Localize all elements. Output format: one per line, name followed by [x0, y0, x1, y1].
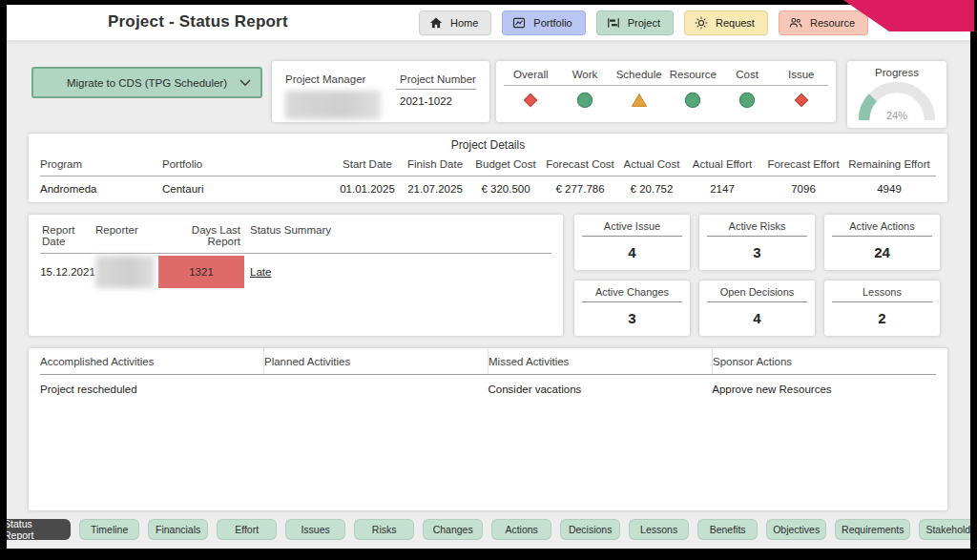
- tab-lessons[interactable]: Lessons: [629, 519, 689, 540]
- kpi-card-open-decisions: Open Decisions4: [699, 280, 815, 336]
- project-selector-value: Migrate to CDS (TPG Scheduler): [67, 77, 227, 89]
- home-icon: [429, 16, 443, 30]
- tab-risks[interactable]: Risks: [354, 519, 414, 540]
- status-indicator-work: Work: [558, 69, 613, 109]
- tab-status-report[interactable]: Status Report: [7, 519, 71, 540]
- tab-actions[interactable]: Actions: [491, 519, 551, 540]
- project-number-value: 2021-1022: [396, 89, 476, 119]
- details-cell: Centauri: [162, 176, 334, 200]
- details-column-header: Start Date: [334, 155, 401, 176]
- portfolio-chart-icon: [512, 16, 526, 30]
- nav-button-label: Resource: [810, 17, 855, 29]
- details-cell: 4949: [847, 176, 931, 200]
- details-column-header: Program: [40, 155, 162, 176]
- request-idea-icon: [695, 16, 708, 30]
- kpi-title: Active Actions: [824, 220, 940, 232]
- details-cell: € 277.786: [542, 176, 618, 200]
- tab-requirements[interactable]: Requirements: [835, 519, 910, 540]
- top-nav: HomePortfolioProjectRequestResource: [419, 10, 868, 35]
- status-summary-link[interactable]: Late: [250, 266, 271, 278]
- report-tabs: Status ReportTimelineFinancialsEffortIss…: [7, 519, 970, 540]
- status-indicator-resource: Resource: [666, 69, 720, 109]
- nav-button-label: Request: [716, 17, 755, 29]
- dashboard-frame: Project - Status Report HomePortfolioPro…: [7, 5, 970, 549]
- status-circle-icon: [738, 92, 756, 109]
- tab-effort[interactable]: Effort: [217, 519, 277, 540]
- project-number-label: Project Number: [396, 70, 476, 89]
- kpi-value: 2: [824, 310, 940, 326]
- kpi-title: Active Changes: [574, 286, 690, 298]
- activities-column-header: Missed Activities: [488, 348, 713, 374]
- status-label: Work: [558, 69, 613, 86]
- details-cell: Andromeda: [40, 176, 162, 200]
- details-column-header: Forecast Cost: [542, 155, 618, 176]
- status-label: Issue: [774, 69, 828, 86]
- reporter-header: Reporter: [95, 215, 158, 253]
- status-circle-icon: [684, 92, 701, 109]
- nav-button-resource[interactable]: Resource: [779, 10, 868, 35]
- activities-cell: Approve new Resources: [712, 375, 936, 395]
- kpi-card-active-changes: Active Changes3: [574, 280, 690, 336]
- tab-issues[interactable]: Issues: [285, 519, 345, 540]
- header-bar: Project - Status Report HomePortfolioPro…: [7, 5, 970, 41]
- project-details-title: Project Details: [40, 138, 936, 152]
- nav-button-request[interactable]: Request: [684, 10, 768, 35]
- kpi-grid: Active Issue4Active Risks3Active Actions…: [574, 215, 948, 336]
- status-circle-icon: [576, 92, 593, 109]
- status-label: Resource: [666, 69, 720, 86]
- progress-gauge: 24%: [856, 78, 938, 122]
- kpi-divider: [832, 236, 932, 237]
- kpi-card-active-actions: Active Actions24: [824, 215, 940, 270]
- project-details-card: Project Details ProgramPortfolioStart Da…: [29, 134, 947, 202]
- tab-changes[interactable]: Changes: [423, 519, 483, 540]
- kpi-value: 3: [574, 310, 690, 326]
- tab-stakeholder[interactable]: Stakeholder: [919, 519, 970, 540]
- project-gantt-icon: [607, 16, 620, 30]
- details-cell: € 20.752: [618, 176, 685, 200]
- kpi-value: 4: [699, 310, 815, 326]
- redacted-reporter-name: [95, 256, 155, 288]
- project-info-card: Project Manager Project Number 2021-1022: [272, 61, 489, 122]
- kpi-card-active-risks: Active Risks3: [699, 215, 815, 270]
- kpi-card-lessons: Lessons2: [824, 280, 940, 336]
- kpi-divider: [582, 236, 682, 237]
- report-date-value: 15.12.2021: [40, 256, 95, 288]
- activities-card: Accomplished ActivitiesPlanned Activitie…: [29, 348, 947, 510]
- kpi-divider: [832, 301, 932, 302]
- kpi-value: 4: [574, 244, 690, 260]
- report-date-header: Report Date: [40, 215, 95, 253]
- tab-decisions[interactable]: Decisions: [560, 519, 620, 540]
- progress-value: 24%: [886, 110, 907, 121]
- days-last-report-value: 1321: [189, 266, 214, 278]
- details-cell: € 320.500: [469, 176, 542, 200]
- nav-button-project[interactable]: Project: [596, 10, 674, 35]
- tab-financials[interactable]: Financials: [148, 519, 208, 540]
- details-column-header: Actual Effort: [685, 155, 759, 176]
- details-column-header: Budget Cost: [469, 155, 542, 176]
- tab-timeline[interactable]: Timeline: [79, 519, 139, 540]
- activities-cell: Consider vacations: [488, 375, 713, 395]
- details-column-header: Actual Cost: [618, 155, 685, 176]
- progress-label: Progress: [847, 67, 946, 78]
- kpi-title: Active Risks: [699, 220, 815, 232]
- details-cell: 01.01.2025: [334, 176, 401, 200]
- status-summary-header: Status Summary: [244, 215, 551, 253]
- nav-button-portfolio[interactable]: Portfolio: [502, 10, 585, 35]
- details-column-header: Forecast Effort: [759, 155, 847, 176]
- kpi-value: 24: [824, 244, 940, 260]
- status-label: Cost: [720, 69, 775, 86]
- report-card: Report Date Reporter Days Last Report St…: [29, 215, 563, 336]
- kpi-divider: [707, 236, 807, 237]
- chevron-down-icon: [239, 79, 251, 87]
- project-selector-dropdown[interactable]: Migrate to CDS (TPG Scheduler): [31, 67, 262, 98]
- kpi-divider: [582, 301, 682, 302]
- status-indicator-overall: Overall: [504, 69, 558, 109]
- nav-button-home[interactable]: Home: [419, 10, 491, 35]
- details-column-header: Portfolio: [162, 155, 334, 176]
- kpi-value: 3: [699, 244, 815, 260]
- tab-objectives[interactable]: Objectives: [766, 519, 826, 540]
- kpi-card-active-issue: Active Issue4: [574, 215, 690, 270]
- details-column-header: Finish Date: [401, 155, 469, 176]
- tab-benefits[interactable]: Benefits: [697, 519, 758, 540]
- status-label: Overall: [504, 69, 558, 86]
